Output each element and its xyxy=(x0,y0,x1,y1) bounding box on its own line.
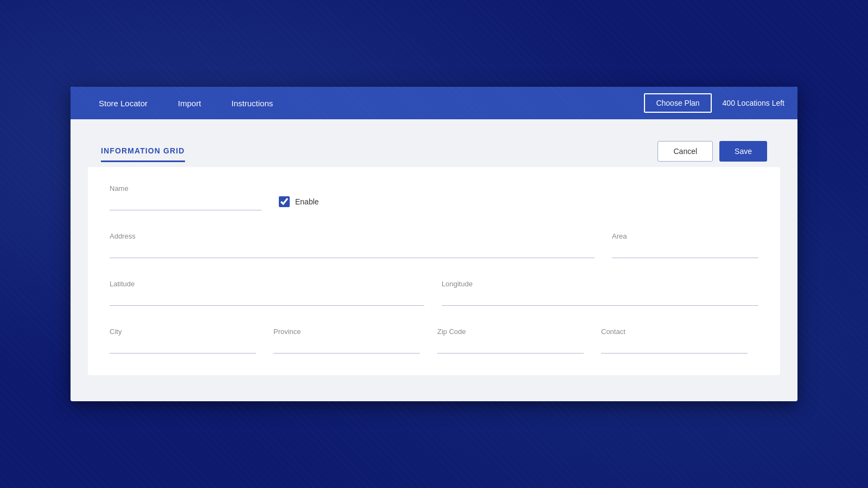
city-label: City xyxy=(110,328,256,336)
nav-right: Choose Plan 400 Locations Left xyxy=(644,93,784,113)
area-field: Area xyxy=(612,232,758,258)
save-button[interactable]: Save xyxy=(719,141,767,162)
longitude-field: Longitude xyxy=(442,280,758,306)
locations-left: 400 Locations Left xyxy=(723,99,784,107)
latitude-input[interactable] xyxy=(110,290,424,306)
province-field: Province xyxy=(273,328,420,354)
name-field: Name xyxy=(110,184,261,210)
action-buttons: Cancel Save xyxy=(658,141,767,167)
contact-label: Contact xyxy=(601,328,748,336)
zipcode-label: Zip Code xyxy=(437,328,584,336)
form-content: Name Enable Address xyxy=(97,167,771,375)
latitude-label: Latitude xyxy=(110,280,424,288)
form-panel: Name Enable Address xyxy=(88,167,780,375)
zipcode-field: Zip Code xyxy=(437,328,584,354)
longitude-input[interactable] xyxy=(442,290,758,306)
nav-store-locator[interactable]: Store Locator xyxy=(84,87,163,119)
city-field: City xyxy=(110,328,256,354)
nav-import[interactable]: Import xyxy=(163,87,216,119)
enable-label: Enable xyxy=(295,197,319,206)
longitude-label: Longitude xyxy=(442,280,758,288)
province-input[interactable] xyxy=(273,338,420,354)
area-label: Area xyxy=(612,232,758,240)
form-row-location: City Province Zip Code Contact xyxy=(110,328,758,354)
zipcode-input[interactable] xyxy=(437,338,584,354)
contact-field: Contact xyxy=(601,328,748,354)
enable-group: Enable xyxy=(279,196,319,210)
name-label: Name xyxy=(110,184,261,192)
form-row-coordinates: Latitude Longitude xyxy=(110,280,758,306)
nav-bar: Store Locator Import Instructions Choose… xyxy=(71,87,797,119)
information-grid-tab[interactable]: INFORMATION GRID xyxy=(101,146,185,162)
address-label: Address xyxy=(110,232,595,240)
province-label: Province xyxy=(273,328,420,336)
area-input[interactable] xyxy=(612,242,758,258)
name-input[interactable] xyxy=(110,195,261,210)
tab-header: INFORMATION GRID Cancel Save xyxy=(88,132,780,167)
cancel-button[interactable]: Cancel xyxy=(658,141,713,162)
nav-instructions[interactable]: Instructions xyxy=(216,87,289,119)
form-row-address: Address Area xyxy=(110,232,758,258)
nav-links: Store Locator Import Instructions xyxy=(84,87,644,119)
address-field: Address xyxy=(110,232,595,258)
form-row-name: Name Enable xyxy=(110,184,758,210)
choose-plan-button[interactable]: Choose Plan xyxy=(644,93,711,113)
content-area: INFORMATION GRID Cancel Save Name Enable xyxy=(71,119,797,401)
enable-checkbox[interactable] xyxy=(279,196,290,207)
address-input[interactable] xyxy=(110,242,595,258)
main-window: Store Locator Import Instructions Choose… xyxy=(71,87,797,401)
contact-input[interactable] xyxy=(601,338,748,354)
city-input[interactable] xyxy=(110,338,256,354)
latitude-field: Latitude xyxy=(110,280,424,306)
